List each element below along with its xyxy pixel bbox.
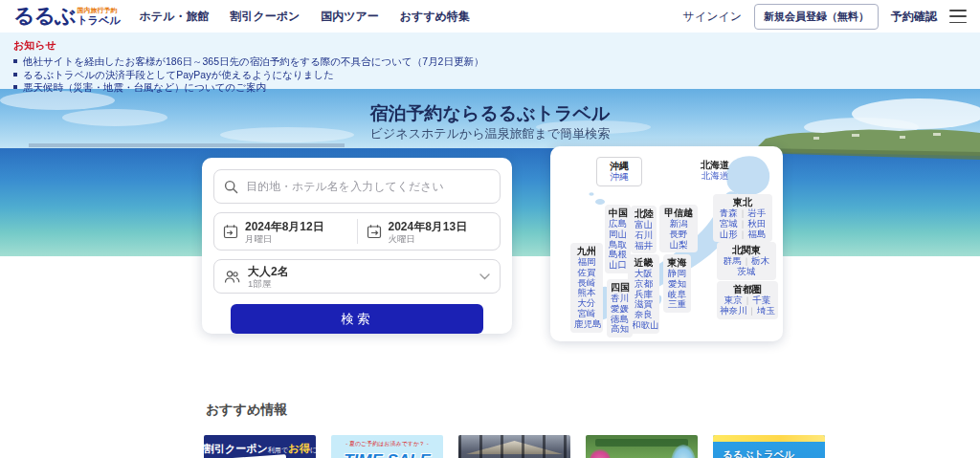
notice-title: お知らせ <box>13 38 967 53</box>
checkin-date: 2024年8月12日 <box>245 220 324 233</box>
hero-title: 宿泊予約ならるるぶトラベル <box>0 101 980 126</box>
pref-link[interactable]: 岡山 <box>609 229 627 240</box>
pref-link[interactable]: 福井 <box>635 241 653 251</box>
logo-text-main: るるぶ <box>13 5 76 28</box>
header: るるぶ 国内旅行予約 トラベル ホテル・旅館 割引クーポン 国内ツアー おすすめ… <box>0 0 980 33</box>
booking-confirm-link[interactable]: 予約確認 <box>891 9 937 25</box>
checkout-weekday: 火曜日 <box>389 233 468 244</box>
notice-item[interactable]: 悪天候時（災害・地震・台風など）についてのご案内 <box>13 81 967 95</box>
promo-banner-rurubu[interactable]: るるぶトラベル <box>713 435 825 458</box>
pref-link[interactable]: 北海道 <box>690 171 740 182</box>
nav-featured[interactable]: おすすめ特集 <box>400 9 470 25</box>
nav-hotels[interactable]: ホテル・旅館 <box>140 9 210 25</box>
banner-kicker: - 夏のご予約はお済みですか？ - <box>331 440 443 448</box>
notice-item[interactable]: るるぶトラベルの決済手段としてPayPayが使えるようになりました <box>13 69 967 82</box>
checkout-field[interactable]: 2024年8月13日 火曜日 <box>358 220 501 244</box>
promo-banner-timesale[interactable]: - 夏のご予約はお済みですか？ - TIME SALE <box>331 435 443 458</box>
rooms-summary: 1部屋 <box>248 278 289 289</box>
date-range-field: 2024年8月12日 月曜日 2024年8月13日 火曜日 <box>213 212 501 251</box>
checkin-calendar-icon <box>223 224 238 239</box>
pref-link[interactable]: 茨城 <box>738 267 756 277</box>
resort-flower-graphic <box>590 448 611 458</box>
checkout-calendar-icon <box>367 224 382 239</box>
banner-text: 利用で <box>268 447 288 453</box>
region-hokuriku: 北陸 富山 石川 福井 <box>631 206 657 253</box>
guests-summary: 大人2名 <box>248 265 289 278</box>
promo-banner-resort[interactable] <box>586 435 698 458</box>
banner-text-highlight: お得 <box>288 443 310 454</box>
pref-link[interactable]: 三重 <box>667 299 687 310</box>
pref-link[interactable]: 京都 <box>632 279 656 290</box>
area-map-card: 沖縄 沖縄 北海道 北海道 東北 青森岩手 宮城秋田 山形福島 北関東 群馬栃木… <box>550 146 783 341</box>
pref-link[interactable]: 愛知 <box>667 279 687 290</box>
notice-bar: お知らせ 他社サイトを経由したお客様が186日～365日先の宿泊予約をする際の不… <box>0 33 980 89</box>
logo-kicker: 国内旅行予約 <box>78 7 121 14</box>
pref-link[interactable]: 鹿児島 <box>574 319 599 330</box>
pref-link[interactable]: 石川 <box>635 230 653 241</box>
pref-link[interactable]: 佐賀 <box>574 268 599 278</box>
banner-text: るるぶトラベル <box>723 448 794 458</box>
nav-domestic-tours[interactable]: 国内ツアー <box>321 9 379 25</box>
banner-text: 割引クーポン <box>204 443 268 454</box>
destination-field[interactable] <box>213 169 501 204</box>
banner-text: TIME SALE <box>331 451 443 458</box>
signin-link[interactable]: サインイン <box>683 9 742 25</box>
region-koshinetsu: 甲信越 新潟 長野 山梨 <box>659 205 698 252</box>
region-hokkaido: 北海道 北海道 <box>690 158 740 184</box>
pref-link[interactable]: 神奈川 <box>720 306 747 316</box>
register-button[interactable]: 新規会員登録（無料） <box>754 4 879 30</box>
lobby-window-frames <box>458 435 570 458</box>
destination-input[interactable] <box>246 180 490 193</box>
pref-link[interactable]: 高知 <box>611 324 629 335</box>
region-tokai: 東海 静岡 愛知 岐阜 三重 <box>663 254 691 313</box>
logo-text-sub: トラベル <box>78 14 121 26</box>
region-kyushu: 九州 福岡 佐賀 長崎 熊本 大分 宮崎 鹿児島 <box>570 243 603 333</box>
pref-link[interactable]: 愛媛 <box>611 304 629 315</box>
region-chugoku: 中国 広島 岡山 鳥取 島根 山口 <box>605 205 631 273</box>
guests-icon <box>224 270 240 284</box>
promo-banner-coupon[interactable]: 割引クーポン利用でお得に宿泊 <box>204 435 316 458</box>
checkin-weekday: 月曜日 <box>245 233 324 244</box>
checkout-date: 2024年8月13日 <box>389 220 468 233</box>
pref-link[interactable]: 福島 <box>738 229 766 240</box>
chevron-down-icon <box>479 273 490 280</box>
page: るるぶ 国内旅行予約 トラベル ホテル・旅館 割引クーポン 国内ツアー おすすめ… <box>0 0 980 458</box>
menu-icon[interactable] <box>949 10 967 23</box>
main-nav: ホテル・旅館 割引クーポン 国内ツアー おすすめ特集 <box>140 9 470 25</box>
search-icon <box>224 180 238 194</box>
banner-text: に宿泊 <box>310 447 316 453</box>
region-tohoku: 東北 青森岩手 宮城秋田 山形福島 <box>713 194 772 242</box>
pref-link[interactable]: 和歌山 <box>632 320 656 331</box>
notice-item[interactable]: 他社サイトを経由したお客様が186日～365日先の宿泊予約をする際の不具合につい… <box>13 55 967 69</box>
recommend-carousel: 割引クーポン利用でお得に宿泊 - 夏のご予約はお済みですか？ - TIME SA… <box>204 435 825 458</box>
pref-link[interactable]: 宮城 <box>720 219 738 229</box>
guests-field[interactable]: 大人2名 1部屋 <box>213 259 501 294</box>
pref-link[interactable]: 山梨 <box>663 240 694 251</box>
pref-link[interactable]: 山口 <box>609 260 627 271</box>
checkin-field[interactable]: 2024年8月12日 月曜日 <box>214 220 357 244</box>
search-card: 2024年8月12日 月曜日 2024年8月13日 火曜日 <box>202 158 512 334</box>
nav-coupons[interactable]: 割引クーポン <box>230 9 300 25</box>
search-button[interactable]: 検索 <box>231 304 483 334</box>
promo-banner-hotel-lobby[interactable] <box>458 435 570 458</box>
header-actions: サインイン 新規会員登録（無料） 予約確認 <box>683 4 967 30</box>
region-shikoku: 四国 香川 愛媛 徳島 高知 <box>607 279 633 338</box>
pref-link[interactable]: 長野 <box>663 229 694 240</box>
pref-link[interactable]: 秋田 <box>738 219 766 229</box>
region-shutoken: 首都圏 東京千葉 神奈川埼玉 <box>717 281 778 319</box>
pref-link[interactable]: 埼玉 <box>747 306 775 316</box>
resort-water-graphic <box>671 445 696 458</box>
pref-link[interactable]: 山形 <box>720 229 738 240</box>
banner-stripe <box>713 435 825 442</box>
resort-sign-graphic <box>595 439 688 447</box>
recommend-heading: おすすめ情報 <box>206 402 287 419</box>
pref-link[interactable]: 沖縄 <box>601 172 637 183</box>
site-logo[interactable]: るるぶ 国内旅行予約 トラベル <box>13 5 121 28</box>
hero-subtitle: ビジネスホテルから温泉旅館まで簡単検索 <box>0 125 980 142</box>
region-okinawa: 沖縄 沖縄 <box>596 157 642 186</box>
region-kitakanto: 北関東 群馬栃木 茨城 <box>717 242 776 280</box>
notice-list: 他社サイトを経由したお客様が186日～365日先の宿泊予約をする際の不具合につい… <box>13 55 967 95</box>
